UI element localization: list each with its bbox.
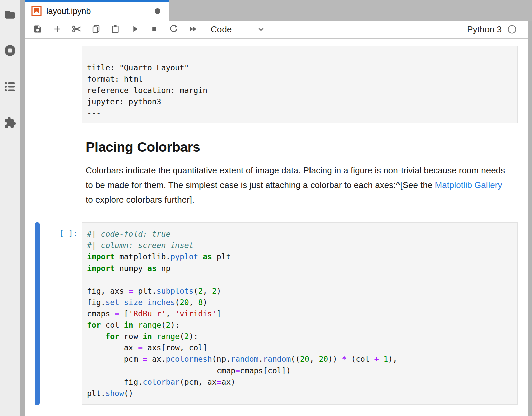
tab-title: layout.ipynb <box>46 6 91 16</box>
run-cell-button[interactable] <box>129 23 141 36</box>
code-line <box>87 274 513 285</box>
code-line: fig.colorbar(pcm, ax=ax) <box>87 376 513 388</box>
code-cell-row: [ ]: #| code-fold: true#| column: screen… <box>25 222 532 405</box>
code-line: cmap=cmaps[col]) <box>87 365 513 376</box>
sidebar-item-file-browser[interactable] <box>4 8 16 21</box>
code-line: ax = axs[row, col] <box>87 342 513 353</box>
markdown-cell-margin <box>25 123 82 207</box>
copy-icon <box>91 24 101 35</box>
panel-splitter[interactable] <box>20 0 25 416</box>
sidebar-item-table-of-contents[interactable] <box>4 80 16 93</box>
save-button[interactable] <box>32 23 43 36</box>
plus-icon <box>53 24 62 35</box>
markdown-cell[interactable]: Placing Colorbars Colorbars indicate the… <box>82 123 518 207</box>
code-line: for col in range(2): <box>87 319 513 331</box>
play-icon <box>130 24 140 35</box>
chevron-down-icon <box>257 25 265 34</box>
code-editor[interactable]: #| code-fold: true#| column: screen-inse… <box>82 223 517 404</box>
markdown-paragraph: Colorbars indicate the quantitative exte… <box>86 163 511 207</box>
code-line: fig, axs = plt.subplots(2, 2) <box>87 285 513 297</box>
code-line: fig.set_size_inches(20, 8) <box>87 297 513 308</box>
copy-cells-button[interactable] <box>90 23 102 36</box>
cell-type-value: Code <box>211 24 232 35</box>
matplotlib-gallery-link[interactable]: Matplotlib Gallery <box>435 180 502 190</box>
code-line: import matplotlib.pyplot as plt <box>87 251 513 263</box>
tab-bar: layout.ipynb <box>25 0 532 21</box>
markdown-cell-row: Placing Colorbars Colorbars indicate the… <box>25 123 532 207</box>
restart-kernel-button[interactable] <box>168 23 179 36</box>
save-icon <box>33 24 42 35</box>
cut-cells-button[interactable] <box>71 23 82 36</box>
paste-icon <box>111 24 120 35</box>
code-cell[interactable]: #| code-fold: true#| column: screen-inse… <box>82 222 518 405</box>
restart-icon <box>169 24 179 35</box>
raw-cell-source[interactable]: --- title: "Quarto Layout" format: html … <box>82 46 517 123</box>
folder-icon <box>4 8 16 21</box>
code-line: cmaps = ['RdBu_r', 'viridis'] <box>87 308 513 319</box>
paragraph-text: to explore colorbars further]. <box>86 195 194 205</box>
insert-cell-button[interactable] <box>52 23 63 36</box>
modified-dot-icon <box>155 8 160 14</box>
sidebar-item-running-sessions[interactable] <box>4 44 16 57</box>
code-line: pcm = ax.pcolormesh(np.random.random((20… <box>87 353 513 365</box>
notebook-toolbar: Code Python 3 <box>25 21 532 39</box>
notebook-panel: --- title: "Quarto Layout" format: html … <box>25 39 532 416</box>
kernel-name: Python 3 <box>467 24 502 35</box>
raw-cell[interactable]: --- title: "Quarto Layout" format: html … <box>82 46 518 123</box>
paste-cells-button[interactable] <box>110 23 121 36</box>
stop-icon <box>150 24 159 35</box>
stop-circle-icon <box>3 44 17 57</box>
fast-forward-icon <box>188 24 198 35</box>
tab-layout-ipynb[interactable]: layout.ipynb <box>25 0 169 21</box>
interrupt-kernel-button[interactable] <box>149 23 160 36</box>
dock-panel: layout.ipynb <box>25 0 532 416</box>
activity-sidebar <box>0 0 20 416</box>
puzzle-icon <box>4 116 16 129</box>
raw-cell-margin <box>25 46 82 123</box>
kernel-status-icon <box>507 25 517 34</box>
code-cell-margin: [ ]: <box>25 222 82 405</box>
scrollbar-track[interactable] <box>528 21 532 416</box>
active-cell-collapser[interactable] <box>35 222 40 405</box>
code-line: #| code-fold: true <box>87 228 513 240</box>
scissors-icon <box>72 24 82 35</box>
code-line: #| column: screen-inset <box>87 240 513 251</box>
code-line: for row in range(2): <box>87 331 513 342</box>
jupyterlab-window: layout.ipynb <box>0 0 532 416</box>
list-icon <box>4 80 16 93</box>
kernel-indicator[interactable]: Python 3 <box>467 24 517 35</box>
input-prompt: [ ]: <box>59 228 78 239</box>
notebook-icon <box>31 6 42 16</box>
sidebar-item-extension-manager[interactable] <box>4 116 16 129</box>
code-line: import numpy as np <box>87 263 513 274</box>
markdown-heading: Placing Colorbars <box>86 139 518 155</box>
restart-run-all-button[interactable] <box>187 23 199 36</box>
raw-cell-row: --- title: "Quarto Layout" format: html … <box>25 46 532 123</box>
cell-type-dropdown[interactable]: Code <box>211 24 265 35</box>
code-line: plt.show() <box>87 388 513 399</box>
